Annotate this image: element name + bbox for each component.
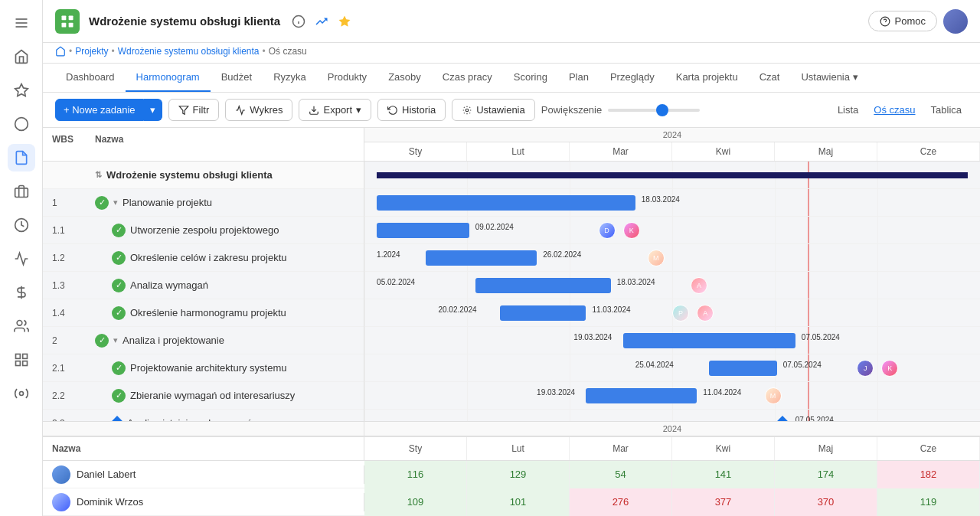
res-month-cze: Cze	[877, 437, 980, 460]
sidebar-circle-icon[interactable]	[8, 110, 35, 138]
sidebar-users-icon[interactable]	[8, 312, 35, 340]
gantt-right-header: 2024 Sty Lut Mar Kwi Maj Cze	[364, 128, 980, 161]
project-summary-bar	[377, 172, 968, 178]
topbar: Wdrożenie systemu obsługi klienta Pomoc	[43, 0, 980, 43]
task-bar-2-2	[586, 388, 697, 403]
gantt-bar-row-1-1: 09.02.2024 D K	[364, 217, 980, 244]
sidebar-home-icon[interactable]	[8, 43, 35, 70]
task-bar-2-1	[709, 361, 776, 376]
gantt-bar-row-2-1: 25.04.2024 07.05.2024 J K	[364, 354, 980, 382]
zoom-slider[interactable]	[608, 109, 700, 112]
user-avatar[interactable]	[943, 9, 968, 34]
resource-cell: 174	[775, 461, 877, 488]
tab-czas-pracy[interactable]: Czas pracy	[432, 64, 503, 92]
res-month-lut: Lut	[467, 437, 570, 460]
resource-cell: 119	[877, 488, 980, 516]
resource-cell: 141	[672, 461, 775, 488]
tab-dashboard[interactable]: Dashboard	[55, 64, 126, 92]
task-bar-1-1	[377, 223, 469, 238]
main-content: Wdrożenie systemu obsługi klienta Pomoc	[43, 0, 980, 516]
task-name: Planowanie projektu	[122, 197, 212, 208]
tab-plan[interactable]: Plan	[558, 64, 599, 92]
filter-button[interactable]: Filtr	[168, 99, 220, 121]
gantt-bars-container: 18.03.2024 09.02.2024 D K 1.2024	[364, 162, 980, 421]
res-month-mar: Mar	[570, 437, 672, 460]
tab-budzet[interactable]: Budżet	[211, 64, 263, 92]
bar-label-start-2-1: 25.04.2024	[635, 361, 674, 369]
tab-ryzyka[interactable]: Ryzyka	[263, 64, 317, 92]
status-done-icon: ✓	[112, 306, 126, 320]
task-bar-label-1-1: 09.02.2024	[475, 223, 514, 231]
avatar-1-4-a: P	[672, 305, 689, 322]
tab-karta-projektu[interactable]: Karta projektu	[665, 64, 749, 92]
new-task-button[interactable]: + Nowe zadanie	[55, 99, 144, 121]
sidebar-grid-icon[interactable]	[8, 346, 35, 374]
sidebar-clock-icon[interactable]	[8, 211, 35, 239]
resource-cell: 182	[877, 461, 980, 488]
bar-label-start-1-2: 1.2024	[377, 250, 400, 259]
tab-harmonogram[interactable]: Harmonogram	[126, 64, 211, 92]
month-lut: Lut	[467, 142, 570, 161]
svg-rect-14	[62, 15, 67, 20]
avatar-1-1-a: D	[599, 222, 616, 239]
table-row: 1.1 ✓ Utworzenie zespołu projektowego	[43, 217, 364, 244]
wykres-button[interactable]: Wykres	[225, 99, 292, 121]
sidebar-briefcase-icon[interactable]	[8, 178, 35, 205]
ustawienia-toolbar-button[interactable]: Ustawienia	[452, 99, 535, 121]
resource-avatar-dominik	[52, 493, 70, 511]
tab-przeglady[interactable]: Przeglądy	[599, 64, 665, 92]
status-done-icon: ✓	[112, 389, 126, 403]
tab-produkty[interactable]: Produkty	[317, 64, 377, 92]
tab-scoring[interactable]: Scoring	[503, 64, 558, 92]
resource-data-dominik: 109 101 276 377 370 119	[364, 488, 980, 516]
task-bar-label-2-1: 07.05.2024	[783, 361, 822, 369]
bar-label-start-1-3: 05.02.2024	[377, 278, 415, 286]
project-title: Wdrożenie systemu obsługi klienta	[89, 15, 280, 28]
table-row: 1.3 ✓ Analiza wymagań	[43, 272, 364, 299]
name-column-header: Nazwa	[89, 128, 364, 161]
resource-name-label: Dominik Wrzos	[77, 496, 143, 508]
task-bar-1-3	[475, 278, 611, 293]
sidebar-menu-icon[interactable]	[8, 9, 35, 37]
task-name: Analiza i projektowanie	[122, 335, 224, 346]
sidebar-star-icon[interactable]	[8, 77, 35, 104]
svg-rect-16	[62, 22, 67, 27]
bar-label-start-2: 19.03.2024	[573, 333, 612, 341]
task-bar-label-1-3: 18.03.2024	[617, 278, 655, 286]
sidebar-settings-icon[interactable]	[8, 380, 35, 407]
gantt-left-header: WBS Nazwa	[43, 128, 364, 161]
bar-label-start-2-2: 19.03.2024	[537, 388, 575, 397]
help-button[interactable]: Pomoc	[868, 11, 937, 31]
view-os-czasu[interactable]: Oś czasu	[867, 101, 921, 119]
table-row: 2.3 Analiza istniejących procesów	[43, 410, 364, 421]
gantt-footer-year: 2024	[43, 421, 980, 436]
svg-rect-11	[15, 361, 20, 366]
analytics-icon[interactable]	[312, 12, 331, 31]
resource-data-daniel: 116 129 54 141 174 182	[364, 461, 980, 488]
export-button[interactable]: Export ▾	[299, 99, 371, 121]
historia-button[interactable]: Historia	[377, 99, 446, 121]
view-lista[interactable]: Lista	[831, 101, 864, 119]
table-row: 2.1 ✓ Projektowanie architektury systemu	[43, 354, 364, 382]
resource-cell: 129	[467, 461, 570, 488]
tab-czat[interactable]: Czat	[749, 64, 791, 92]
tab-ustawienia[interactable]: Ustawienia ▾	[790, 64, 868, 92]
resource-cell: 377	[672, 488, 775, 516]
view-tablica[interactable]: Tablica	[925, 101, 968, 119]
tab-zasoby[interactable]: Zasoby	[377, 64, 432, 92]
avatar-2-2: M	[765, 387, 782, 404]
star-icon[interactable]	[335, 12, 354, 31]
sidebar-document-icon[interactable]	[8, 144, 35, 171]
breadcrumb: • Projekty • Wdrożenie systemu obsługi k…	[43, 43, 980, 64]
month-kwi: Kwi	[672, 142, 775, 161]
sidebar-tree-icon[interactable]	[8, 279, 35, 306]
task-bar-label-1-4: 11.03.2024	[592, 305, 630, 314]
new-task-dropdown-arrow[interactable]: ▾	[144, 99, 162, 121]
zoom-control: Powiększenie	[541, 104, 701, 116]
breadcrumb-project[interactable]: Wdrożenie systemu obsługi klienta	[118, 46, 260, 57]
footer-left	[43, 422, 364, 436]
sidebar-chart-icon[interactable]	[8, 245, 35, 273]
breadcrumb-projekty[interactable]: Projekty	[75, 46, 108, 57]
gantt-year: 2024	[364, 128, 980, 142]
info-icon[interactable]	[289, 12, 308, 31]
